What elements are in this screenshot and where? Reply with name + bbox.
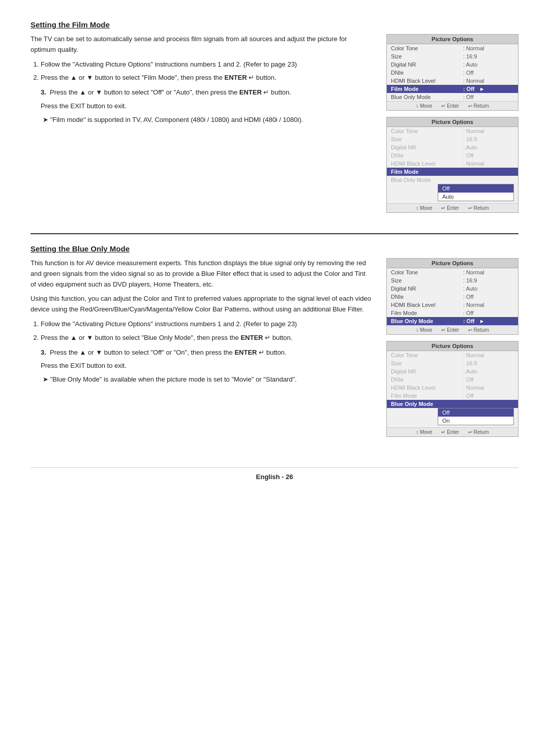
blue-only-mode-screen1-title: Picture Options [387,259,518,268]
film-mode-support-note: "Film mode" is supported in TV, AV, Comp… [36,115,371,125]
film-mode-step-3-label: 3. Press the ▲ or ▼ button to select "Of… [41,87,371,98]
table-row: Color Tone: Normal [387,351,518,359]
section-film-mode: Setting the Film Mode The TV can be set … [30,20,518,213]
dropdown-option-off-2[interactable]: Off [438,408,513,417]
blue-only-mode-available-note: "Blue Only Mode" is available when the p… [36,374,371,385]
table-row: Digital NR: Auto [387,60,518,69]
table-row: DNIe: Off [387,293,518,301]
film-mode-step-1: Follow the "Activating Picture Options" … [41,59,371,70]
table-row: DNIe: Off [387,151,518,160]
table-row: Digital NR: Auto [387,285,518,293]
table-row-film-mode-highlighted2: Film Mode [387,168,518,176]
film-mode-exit-note: Press the EXIT button to exit. [41,101,371,112]
film-mode-title: Setting the Film Mode [30,20,518,29]
table-row: Size: 16:9 [387,359,518,367]
footer-text: English - 26 [256,473,293,481]
table-row: Size: 16:9 [387,52,518,60]
blue-only-mode-screen2-title: Picture Options [387,341,518,351]
film-mode-screen-2: Picture Options Color Tone: Normal Size:… [386,117,518,213]
table-row: HDMI Black Level: Normal [387,384,518,392]
blue-only-mode-screen1-nav: ↕ Move ↵ Enter ↩ Return [387,325,518,334]
blue-only-mode-screens: Picture Options Color Tone: Normal Size:… [386,258,518,437]
film-mode-screen-1: Picture Options Color Tone: Normal Size:… [386,34,518,111]
table-row: Digital NR: Auto [387,367,518,375]
blue-only-mode-paragraph2: Using this function, you can adjust the … [30,294,371,315]
table-row: DNIe: Off [387,69,518,77]
section-divider [30,233,518,234]
blue-only-mode-dropdown: Off On [438,408,514,425]
table-row: Color Tone: Normal [387,268,518,276]
table-row: Color Tone: Normal [387,44,518,52]
film-mode-content: The TV can be set to automatically sense… [30,34,371,213]
table-row: Film Mode: Off [387,392,518,400]
table-row-film-mode-highlighted: Film Mode: Off ► [387,85,518,93]
blue-only-mode-step-3: 3. Press the ▲ or ▼ button to select "Of… [41,348,371,358]
dropdown-option-off[interactable]: Off [438,184,513,193]
table-row: DNIe: Off [387,375,518,384]
film-mode-screen1-nav: ↕ Move ↵ Enter ↩ Return [387,101,518,110]
table-row: Film Mode: Off [387,309,518,317]
table-row: Size: 16:9 [387,135,518,143]
table-row: Color Tone: Normal [387,127,518,135]
film-mode-step-2: Press the ▲ or ▼ button to select "Film … [41,73,371,83]
blue-only-mode-step-2: Press the ▲ or ▼ button to select "Blue … [41,333,371,343]
blue-only-mode-screen-2: Picture Options Color Tone: Normal Size:… [386,341,518,437]
blue-only-mode-title: Setting the Blue Only Mode [30,244,518,253]
page-footer: English - 26 [30,467,518,481]
film-mode-screens: Picture Options Color Tone: Normal Size:… [386,34,518,213]
table-row: HDMI Black Level: Normal [387,77,518,85]
table-row: HDMI Black Level: Normal [387,301,518,309]
blue-only-mode-screen2-nav: ↕ Move ↵ Enter ↩ Return [387,427,518,436]
film-mode-paragraph: The TV can be set to automatically sense… [30,34,371,55]
film-mode-screen2-title: Picture Options [387,117,518,127]
dropdown-option-auto[interactable]: Auto [438,193,513,201]
blue-only-mode-exit-note: Press the EXIT button to exit. [41,361,371,371]
blue-only-mode-screen-1: Picture Options Color Tone: Normal Size:… [386,258,518,335]
blue-only-mode-paragraph1: This function is for AV device measureme… [30,258,371,290]
blue-only-mode-content: This function is for AV device measureme… [30,258,371,437]
film-mode-screen1-title: Picture Options [387,35,518,44]
table-row: Size: 16:9 [387,276,518,285]
section-blue-only-mode: Setting the Blue Only Mode This function… [30,244,518,437]
film-mode-dropdown: Off Auto [438,184,514,201]
table-row: Blue Only Mode [387,176,518,184]
dropdown-option-on[interactable]: On [438,417,513,425]
table-row-blue-only-highlighted2: Blue Only Mode [387,400,518,408]
table-row-blue-only-highlighted: Blue Only Mode: Off ► [387,317,518,325]
table-row: Blue Only Mode: Off [387,93,518,101]
table-row: Digital NR: Auto [387,143,518,151]
table-row: HDMI Black Level: Normal [387,160,518,168]
blue-only-mode-step-1: Follow the "Activating Picture Options" … [41,319,371,330]
film-mode-screen2-nav: ↕ Move ↵ Enter ↩ Return [387,203,518,212]
